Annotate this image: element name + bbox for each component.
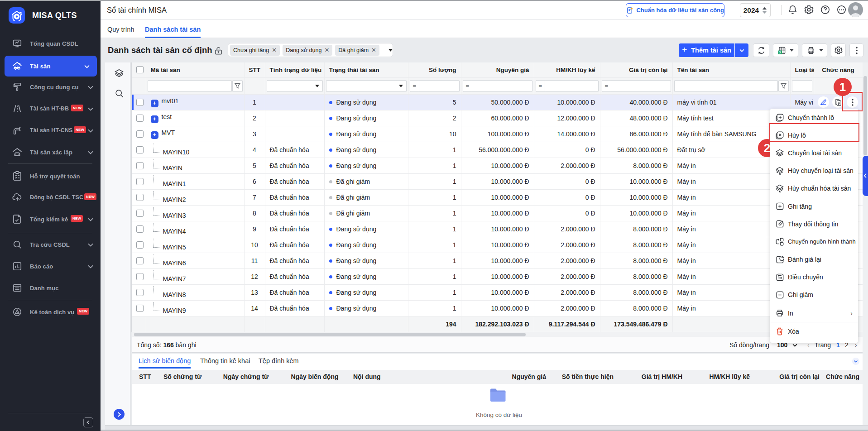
svg-text:X: X: [779, 50, 782, 53]
